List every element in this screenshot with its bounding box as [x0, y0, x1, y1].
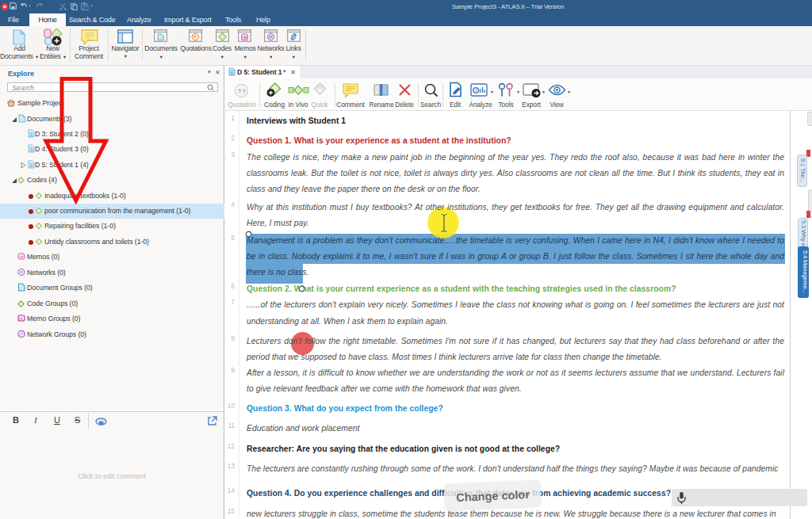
svg-text:rw: rw: [243, 35, 247, 40]
